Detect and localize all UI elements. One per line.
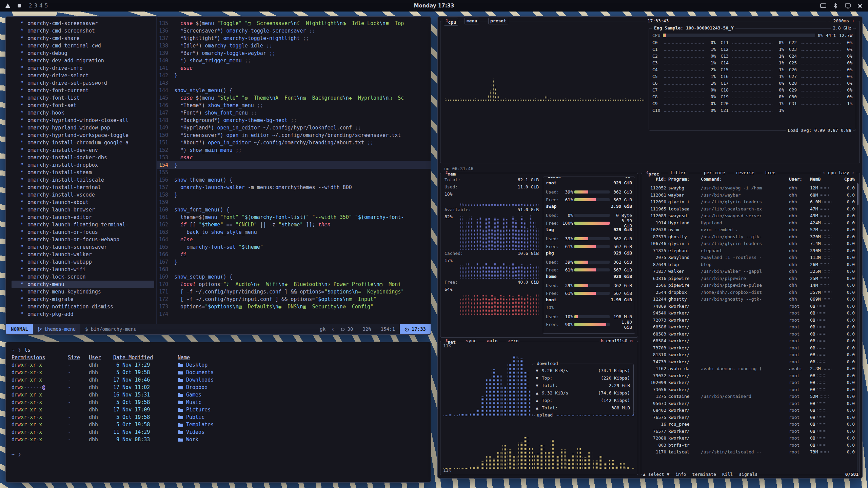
explorer-item[interactable]: *omarchy-font-set [12, 102, 156, 109]
code-line[interactable]: 167} [157, 258, 431, 266]
explorer-item[interactable]: *omarchy-install-terminal [12, 184, 156, 191]
proc-option-reverse[interactable]: reverse [734, 170, 756, 176]
disks-io-toggle[interactable]: io [623, 177, 632, 180]
cast-icon[interactable] [820, 2, 827, 9]
explorer-item[interactable]: *omarchy-hyprland-workspace-toggle [12, 131, 156, 139]
file-row[interactable]: drwxr-xr-x-dhh11 Nov 14:29Videos [12, 428, 425, 436]
explorer-item[interactable]: *omarchy-hyprland-window-close-all [12, 117, 156, 124]
process-row[interactable]: 68586kworker/root0B0.0 [645, 324, 855, 331]
col-user[interactable]: User: [789, 177, 808, 182]
code-line[interactable]: 144show_style_menu() { [157, 87, 431, 94]
file-row[interactable]: drwxr-xr-x-dhh17 Nov 17:09Pictures [12, 406, 425, 413]
code-line[interactable]: 136 *Screensaver*) omarchy-toggle-screen… [157, 27, 431, 35]
code-line[interactable]: 156show_theme_menu() { [157, 176, 431, 184]
explorer-item[interactable]: *omarchy-install-tailscale [12, 176, 156, 184]
proc-option-per-core[interactable]: per-core [702, 170, 727, 176]
net-mode-auto[interactable]: auto [485, 338, 499, 344]
explorer-item[interactable]: *omarchy-install-steam [12, 169, 156, 176]
code-line[interactable]: 159 [157, 199, 431, 206]
explorer-item[interactable]: *omarchy-font-list [12, 94, 156, 102]
code-line[interactable]: 143 [157, 79, 431, 87]
terminal-window[interactable]: ~❯ ls PermissionsSizeUserDate ModifiedNa… [5, 342, 431, 483]
process-row[interactable]: 72073kworker/root0B0.0 [645, 317, 855, 324]
explorer-item[interactable]: *omarchy-launch-wifi [12, 266, 156, 273]
explorer-item[interactable]: *omarchy-install-docker-dbs [12, 154, 156, 161]
iface-next-key[interactable]: n [630, 338, 633, 343]
process-row[interactable]: 81310kworker/root0B0.0 [645, 351, 855, 359]
file-explorer[interactable]: *omarchy-cmd-screensaver*omarchy-cmd-scr… [6, 17, 156, 324]
code-line[interactable]: 161 theme=$(menu "Font" "$(omarchy-font-… [157, 214, 431, 221]
col-command[interactable]: Command: [701, 177, 787, 182]
process-row[interactable]: 94540kworker/root0B0.0 [645, 310, 855, 317]
process-row[interactable]: 68584kworker/root0B0.0 [645, 338, 855, 345]
process-row[interactable]: 87649btopbtopdhh26M0.0 [645, 261, 855, 268]
file-row[interactable]: drwxr-xr-x-dhh16 Nov 15:31Games [12, 391, 425, 399]
code-line[interactable]: 154} [157, 161, 431, 169]
process-row[interactable]: 1275containe/usr/bin/containerdroot52M0.… [645, 393, 855, 400]
explorer-item[interactable]: *omarchy-lock-screen [12, 273, 156, 281]
process-row[interactable]: 112061waybar/usr/bin/waybardhh68M0.0 [645, 192, 855, 199]
file-row[interactable]: drwxr-xr-x-dhh17 Nov 10:46Downloads [12, 376, 425, 384]
explorer-item[interactable]: *omarchy-drive-set-password [12, 79, 156, 87]
code-line[interactable]: 165 omarchy-font-set "$theme" [157, 243, 431, 251]
col-mem[interactable]: MemB [810, 177, 836, 182]
explorer-item[interactable]: *omarchy-menu-keybindings [12, 288, 156, 296]
code-line[interactable]: 158} [157, 191, 431, 199]
file-row[interactable]: drwxr-xr-x-dhh 6 Nov 17:29Desktop [12, 361, 425, 369]
btop-tab-menu[interactable]: menu [465, 18, 479, 24]
col-program[interactable]: Program: [668, 177, 699, 182]
code-line[interactable]: 146 *Theme*) show_theme_menu ;; [157, 102, 431, 109]
footer-action-kill[interactable]: Kill [722, 472, 733, 477]
explorer-item[interactable]: *omarchy-notification-dismiss [12, 303, 156, 310]
explorer-item[interactable]: *omarchy-dev-add-migration [12, 57, 156, 64]
process-row[interactable]: 63816pipewire/usr/bin/pipewiredhh25M0.0 [645, 275, 855, 282]
code-line[interactable]: 162 if [[ "$theme" == "CNCLD" || -z "$th… [157, 221, 431, 228]
file-row[interactable]: drwxr-xr-x-dhh 5 Oct 19:58Public [12, 413, 425, 421]
workspace-4[interactable]: 4 [38, 3, 44, 9]
file-row[interactable]: drwxr-xr-x-dhh 5 Oct 19:58Music [12, 399, 425, 406]
code-line[interactable]: 148 *Background*) omarchy-theme-bg-next … [157, 117, 431, 124]
process-row[interactable]: 71835elephantelephantdhh390M0.0 [645, 247, 855, 255]
workspace-5[interactable]: 5 [44, 3, 49, 9]
explorer-item[interactable]: *omarchy-launch-screensaver [12, 243, 156, 251]
footer-action-select[interactable]: ▲ select ▼ [643, 472, 669, 477]
process-row[interactable]: 72088kworker/root0B0.0 [645, 435, 855, 442]
process-row[interactable]: 106746glycin-i/usr/lib/glycin-loadersdhh… [645, 240, 855, 247]
code-line[interactable]: 160show_font_menu() { [157, 206, 431, 214]
file-row[interactable]: drwxr-xr-x-dhh 5 Oct 19:58Templates [12, 421, 425, 428]
record-icon[interactable] [856, 2, 863, 9]
explorer-item[interactable]: *omarchy-launch-editor [12, 214, 156, 221]
explorer-item[interactable]: *omarchy-install-dev-env [12, 146, 156, 154]
process-row[interactable]: 68583kworker/root0B0.0 [645, 331, 855, 338]
code-line[interactable]: 153 esac [157, 154, 431, 161]
process-row[interactable]: 73703kworker/root0B0.0 [645, 345, 855, 352]
code-line[interactable]: 172 [ -f ~/.config/hypr/input.conf ] && … [157, 296, 431, 303]
code-line[interactable]: 163 back_to show_style_menu [157, 228, 431, 236]
code-line[interactable]: 166 fi [157, 251, 431, 258]
process-row[interactable]: 71837walker/usr/bin/walker --gappldhh325… [645, 268, 855, 275]
process-row[interactable]: 68402kworker/root0B0.0 [645, 407, 855, 414]
explorer-item[interactable]: *omarchy-pkg-add [12, 310, 156, 318]
explorer-item[interactable]: *omarchy-migrate [12, 296, 156, 303]
code-line[interactable]: 150 *Screensaver*) open_in_editor ~/.con… [157, 131, 431, 139]
proc-filter[interactable]: filter [668, 170, 688, 176]
explorer-item[interactable]: *omarchy-launch-browser [12, 206, 156, 214]
code-line[interactable]: 151 *About*) open_in_editor ~/.config/om… [157, 139, 431, 146]
code-line[interactable]: 141 esac [157, 64, 431, 72]
explorer-item[interactable]: *omarchy-drive-info [12, 64, 156, 72]
code-line[interactable]: 164 else [157, 236, 431, 243]
explorer-item[interactable]: *omarchy-font-current [12, 87, 156, 94]
code-line[interactable]: 170 local options="♪ Audio\n✦ Wifi\n◆ Bl… [157, 281, 431, 288]
code-line[interactable]: 147 *Font*) show_font_menu ;; [157, 109, 431, 117]
process-row[interactable]: 16rcu_preeroot0B0.0 [645, 421, 855, 428]
file-row[interactable]: drwxr-xr-x-dhh 9 Nov 08:33Work [12, 436, 425, 443]
process-row[interactable]: 76575kworker/root0B0.0 [645, 414, 855, 421]
explorer-item[interactable]: *omarchy-launch-webapp [12, 258, 156, 266]
explorer-item[interactable]: *omarchy-cmd-screensaver [12, 20, 156, 27]
proc-sort[interactable]: ‹ cpu lazy › [821, 170, 856, 176]
code-buffer[interactable]: 135 case $(menu "Toggle" "▢ Screensaver\… [157, 17, 431, 324]
process-row[interactable]: 74869kworker/root0B0.0 [645, 303, 855, 310]
explorer-item[interactable]: *omarchy-cmd-screenshot [12, 27, 156, 35]
process-row[interactable]: 111965localsea/usr/lib/localsearch-exdhh… [645, 206, 855, 213]
process-row[interactable]: 102099kworker/root0B0.0 [645, 379, 855, 386]
